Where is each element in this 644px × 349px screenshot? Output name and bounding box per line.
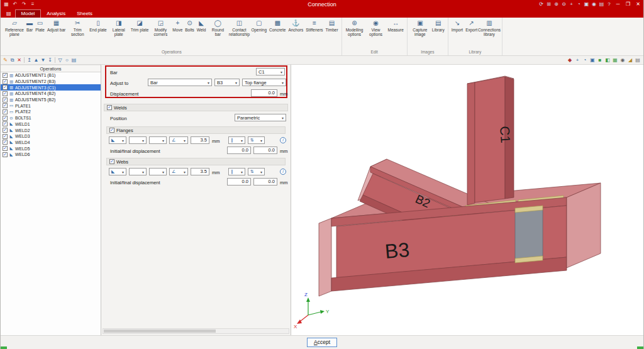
stiffener-plate[interactable] [515,206,543,263]
view-orientation-icon[interactable]: ◆ [567,56,573,64]
checkbox[interactable]: ✓ [3,116,8,121]
flange-weld-continuity-select[interactable]: ∥▾ [228,136,245,144]
ribbon-button-round-bar[interactable]: ◯Round bar [207,18,228,38]
ribbon-button-export[interactable]: ↗Export [464,18,479,33]
checkbox[interactable]: ✓ [3,103,8,108]
solid-mode-icon[interactable]: ■ [597,56,603,64]
flange-initial-displacement-input[interactable]: 0.0 [227,147,251,154]
adjust-to-bar-select[interactable]: B3▾ [214,79,240,86]
help-icon[interactable]: ? [606,0,613,9]
ribbon-button-end-plate[interactable]: ▯End plate [88,18,108,33]
tree-item-adjustment1[interactable]: ✓▥ADJUSTMENT1 (B1) [1,72,101,79]
checkbox[interactable]: ✓ [3,73,8,78]
axes-toggle-icon[interactable]: + [574,56,580,64]
zoom-in-icon[interactable]: ⊕ [553,0,560,9]
tree-item-weld2[interactable]: ✓◣WELD2 [1,127,101,133]
move-last-icon[interactable]: ↧ [47,56,53,64]
scrollbar-thumb[interactable] [104,330,216,333]
undo-icon[interactable]: ↶ [11,0,19,9]
model-viewport[interactable]: B3 B2 C1 Z Y X [291,65,643,335]
adjust-to-part-select[interactable]: Top flange▾ [242,79,286,86]
checkbox[interactable]: ✓ [3,146,8,151]
pan-icon[interactable]: + [568,0,575,9]
layers-icon[interactable]: ▤ [598,0,605,9]
tree-item-weld3[interactable]: ✓◣WELD3 [1,133,101,140]
accept-button[interactable]: Accept [307,338,337,347]
flange-weld-finish-select[interactable]: ▾ [149,136,167,144]
tree-item-weld6[interactable]: ✓◣WELD6 [1,152,101,158]
move-up-icon[interactable]: ▲ [33,56,40,64]
welds-checkbox[interactable]: ✓ [107,105,112,110]
weld-visibility-icon[interactable]: ◢ [627,56,633,64]
ribbon-button-image-library[interactable]: ▤Library [431,18,446,33]
orbit-view-icon[interactable]: ◔ [582,56,588,64]
tree-item-adjustment2[interactable]: ✓▥ADJUSTMENT2 (B3) [1,79,101,85]
minimize-button[interactable]: ─ [613,0,623,9]
tree-item-plate2[interactable]: ✓▭PLATE2 [1,109,101,115]
ribbon-button-reference-plane[interactable]: ▱Reference plane [4,18,25,38]
copy-operation-icon[interactable]: ⧉ [9,56,16,64]
move-first-icon[interactable]: ↥ [26,56,33,64]
webs-checkbox[interactable]: ✓ [109,159,114,164]
tab-sheets[interactable]: Sheets [71,9,98,18]
checkbox[interactable]: ✓ [3,140,8,145]
ribbon-button-opening[interactable]: ▢Opening [250,18,268,33]
flange-weld-symbol-select[interactable]: ∠▾ [169,136,188,144]
ribbon-button-contact-relationship[interactable]: ◫Contact relationship [228,18,250,38]
position-select[interactable]: Parametric▾ [235,114,286,121]
web-weld-sides-select[interactable]: ⇅▾ [248,168,265,175]
checkbox[interactable]: ✓ [3,128,8,133]
flange-final-displacement-input[interactable]: 0.0 [253,147,277,154]
ribbon-button-trim-section[interactable]: ✂Trim section [67,18,88,38]
ribbon-button-modify-corners[interactable]: ◲Modify corners [150,18,171,38]
tree-item-bolts1[interactable]: ✓⊙BOLTS1 [1,115,101,121]
target-icon[interactable]: ◉ [591,0,597,9]
flanges-checkbox[interactable]: ✓ [109,128,114,133]
ribbon-button-capture-image[interactable]: ▣Capture image [409,18,431,38]
tree-item-weld4[interactable]: ✓◣WELD4 [1,140,101,146]
filter-icon[interactable]: ▽ [57,56,64,64]
model-3d-view[interactable]: B3 B2 C1 Z Y X [291,65,643,335]
application-menu-tab[interactable]: ▤ [3,9,15,18]
info-icon[interactable]: i [280,137,286,143]
ribbon-button-bar[interactable]: ▬Bar [25,18,34,33]
tree-item-plate1[interactable]: ✓▭PLATE1 [1,102,101,109]
edit-operation-icon[interactable]: ✎ [2,56,9,64]
checkbox[interactable]: ✓ [3,79,8,84]
ribbon-button-adjust-bar[interactable]: ▦Adjust bar [46,18,67,33]
transparent-mode-icon[interactable]: ◧ [604,56,611,64]
web-weld-prep-select[interactable]: ▾ [129,168,147,175]
tree-item-adjustment4[interactable]: ✓▥ADJUSTMENT4 (B2) [1,91,101,97]
tab-model[interactable]: Model [15,9,42,18]
move-down-icon[interactable]: ▼ [40,56,47,64]
info-icon[interactable]: i [280,169,286,175]
zoom-window-icon[interactable]: ⊞ [545,0,552,9]
wireframe-mode-icon[interactable]: ▦ [612,56,618,64]
redo-icon[interactable]: ↷ [20,0,28,9]
zoom-out-icon[interactable]: ⊖ [560,0,567,9]
flange-weld-prep-select[interactable]: ▾ [129,136,147,144]
tree-item-adjustment3[interactable]: ✓▥ADJUSTMENT3 (C1) [1,84,101,91]
checkbox[interactable]: ✓ [3,91,8,96]
web-weld-finish-select[interactable]: ▾ [149,168,167,175]
maximize-button[interactable]: ❐ [623,0,633,9]
web-initial-displacement-input[interactable]: 0.0 [227,178,251,186]
web-weld-throat-input[interactable]: 3.5 [191,168,209,175]
checkbox[interactable]: ✓ [3,97,8,102]
ribbon-button-view-options[interactable]: ◉View options [365,18,387,38]
web-weld-symbol-select[interactable]: ∠▾ [169,168,188,175]
flange-weld-throat-input[interactable]: 3.5 [191,136,209,144]
ribbon-button-lateral-plate[interactable]: ◨Lateral plate [108,18,130,38]
visibility-icon[interactable]: ◉ [619,56,626,64]
flange-weld-type-select[interactable]: ◣▾ [109,136,126,144]
ribbon-button-stiffeners[interactable]: ≡Stiffeners [304,18,324,33]
ribbon-button-import[interactable]: ↘Import [450,18,464,33]
app-grid-icon[interactable]: ▦ [3,0,10,9]
checkbox[interactable]: ✓ [3,134,8,139]
adjust-to-type-select[interactable]: Bar▾ [148,79,212,86]
ribbon-button-move[interactable]: +Move [171,18,184,33]
checkbox[interactable]: ✓ [3,85,8,90]
ribbon-button-timber[interactable]: ▤Timber [325,18,340,33]
search-icon[interactable]: ○ [64,56,70,64]
ribbon-button-trim-plate[interactable]: ◪Trim plate [130,18,150,33]
